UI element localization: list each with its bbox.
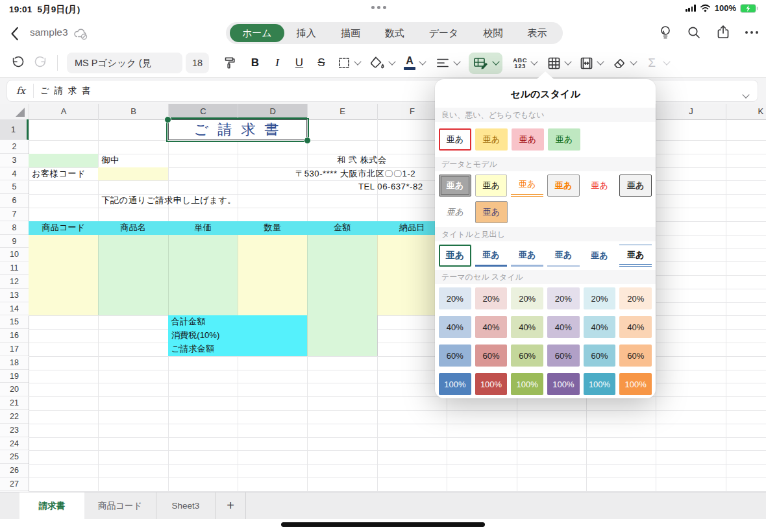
autosum-button[interactable]: Σ [644,52,669,74]
theme-style-cell-accent6-20%[interactable]: 20% [619,287,652,309]
eraser-button[interactable] [612,52,636,74]
row-header-13[interactable]: 13 [0,289,29,302]
table-header-cell-3[interactable]: 数量 [238,221,307,235]
cell-b3-honorific[interactable]: 御中 [101,154,119,167]
row-header-9[interactable]: 9 [0,235,29,248]
popup-style-memo[interactable]: 亜あ [475,175,508,197]
bold-button[interactable]: B [247,52,264,74]
search-icon[interactable] [687,25,701,40]
popup-style-input[interactable]: 亜あ [475,201,508,223]
theme-style-cell-accent3-20%[interactable]: 20% [511,287,543,309]
theme-style-cell-accent4-100%[interactable]: 100% [547,373,580,395]
theme-style-cell-accent6-100%[interactable]: 100% [619,373,652,395]
row-header-20[interactable]: 20 [0,383,29,396]
ribbon-tab-2[interactable]: 描画 [328,24,373,42]
theme-style-cell-accent5-100%[interactable]: 100% [584,373,616,395]
row-header-15[interactable]: 15 [0,315,29,329]
row-header-14[interactable]: 14 [0,302,29,316]
row-header-24[interactable]: 24 [0,437,29,451]
theme-style-cell-accent1-100%[interactable]: 100% [439,373,471,395]
popup-style-title[interactable]: 亜あ [439,245,471,267]
theme-style-cell-accent1-60%[interactable]: 60% [439,345,471,367]
popup-style-calculation[interactable]: 亜あ [547,175,580,197]
popup-style-linked-cell[interactable]: 亜あ [511,175,543,197]
theme-style-cell-accent6-60%[interactable]: 60% [619,345,652,367]
column-header-C[interactable]: C [168,104,238,119]
undo-button[interactable] [8,52,27,74]
row-header-22[interactable]: 22 [0,410,29,424]
popup-style-heading-2[interactable]: 亜あ [511,245,543,267]
selection-handle-topleft[interactable] [164,116,171,123]
row-header-16[interactable]: 16 [0,329,29,343]
popup-style-neutral[interactable]: 亜あ [475,128,508,151]
theme-style-cell-accent6-40%[interactable]: 40% [619,316,652,338]
ribbon-tab-1[interactable]: 挿入 [284,24,328,42]
redo-button[interactable] [31,52,51,74]
theme-style-cell-accent2-100%[interactable]: 100% [475,373,508,395]
alignment-button[interactable] [436,52,460,74]
row-header-1[interactable]: 1 [0,119,29,140]
popup-style-total[interactable]: 亜あ [619,245,652,267]
theme-style-cell-accent5-20%[interactable]: 20% [584,287,616,309]
theme-style-cell-accent4-20%[interactable]: 20% [547,287,580,309]
row-header-26[interactable]: 26 [0,464,29,478]
theme-style-cell-accent3-60%[interactable]: 60% [511,345,543,367]
row-header-3[interactable]: 3 [0,154,29,167]
summary-label-1[interactable]: 消費税(10%) [171,329,220,343]
column-header-E[interactable]: E [307,104,377,119]
row-header-11[interactable]: 11 [0,261,29,275]
row-header-10[interactable]: 10 [0,248,29,261]
underline-button[interactable]: U [291,52,308,74]
theme-style-cell-accent3-100%[interactable]: 100% [511,373,543,395]
cell-address[interactable]: 〒530-**** 大阪市北区〇〇1-2 [295,167,415,181]
column-header-D[interactable]: D [238,104,307,119]
table-header-cell-1[interactable]: 商品名 [98,221,167,235]
add-sheet-button[interactable]: + [216,492,246,519]
fill-color-button[interactable] [369,52,395,74]
popup-style-warning[interactable]: 亜あ [584,175,616,197]
row-header-8[interactable]: 8 [0,221,29,235]
idea-lightbulb-icon[interactable] [658,25,673,40]
back-button[interactable] [9,26,23,40]
ribbon-tab-4[interactable]: データ [417,24,471,42]
row-header-17[interactable]: 17 [0,343,29,356]
row-header-18[interactable]: 18 [0,356,29,370]
cell-tel[interactable]: TEL 06-637*-82 [358,180,423,194]
theme-style-cell-accent5-60%[interactable]: 60% [584,345,616,367]
row-header-19[interactable]: 19 [0,370,29,383]
ribbon-tab-3[interactable]: 数式 [373,24,417,42]
sheet-tab-0[interactable]: 請求書 [19,492,84,519]
row-header-12[interactable]: 12 [0,275,29,289]
column-header-J[interactable]: J [656,104,725,119]
cell-a4-customer-code-label[interactable]: お客様コード [32,167,86,181]
format-painter-button[interactable] [218,52,240,74]
table-header-cell-4[interactable]: 金額 [307,221,377,235]
theme-style-cell-accent1-20%[interactable]: 20% [439,287,471,309]
theme-style-cell-accent5-40%[interactable]: 40% [584,316,616,338]
sheet-tab-2[interactable]: Sheet3 [156,492,216,519]
select-all-corner[interactable] [16,108,25,117]
popup-style-heading-3[interactable]: 亜あ [547,245,580,267]
row-header-5[interactable]: 5 [0,180,29,194]
font-color-button[interactable]: A [404,52,425,74]
table-header-cell-2[interactable]: 単価 [168,221,238,235]
ribbon-tab-0[interactable]: ホーム [230,24,284,42]
theme-style-cell-accent3-40%[interactable]: 40% [511,316,543,338]
row-header-7[interactable]: 7 [0,208,29,221]
theme-style-cell-accent4-60%[interactable]: 60% [547,345,580,367]
table-header-cell-0[interactable]: 商品コード [29,221,98,235]
popup-style-explanatory[interactable]: 亜あ [439,201,471,223]
column-header-K[interactable]: K [726,104,766,119]
row-header-2[interactable]: 2 [0,140,29,154]
popup-style-normal[interactable]: 亜あ [439,128,471,151]
summary-label-0[interactable]: 合計金額 [171,315,206,329]
popup-style-output[interactable]: 亜あ [619,175,652,197]
popup-style-heading-1[interactable]: 亜あ [475,245,508,267]
cell-company-name[interactable]: 和 弐 株式会 [337,154,387,167]
sheet-tab-1[interactable]: 商品コード [84,492,156,519]
table-button[interactable] [547,52,571,74]
borders-button[interactable] [338,52,360,74]
row-header-21[interactable]: 21 [0,396,29,410]
theme-style-cell-accent2-40%[interactable]: 40% [475,316,508,338]
strikethrough-button[interactable]: S [313,52,330,74]
